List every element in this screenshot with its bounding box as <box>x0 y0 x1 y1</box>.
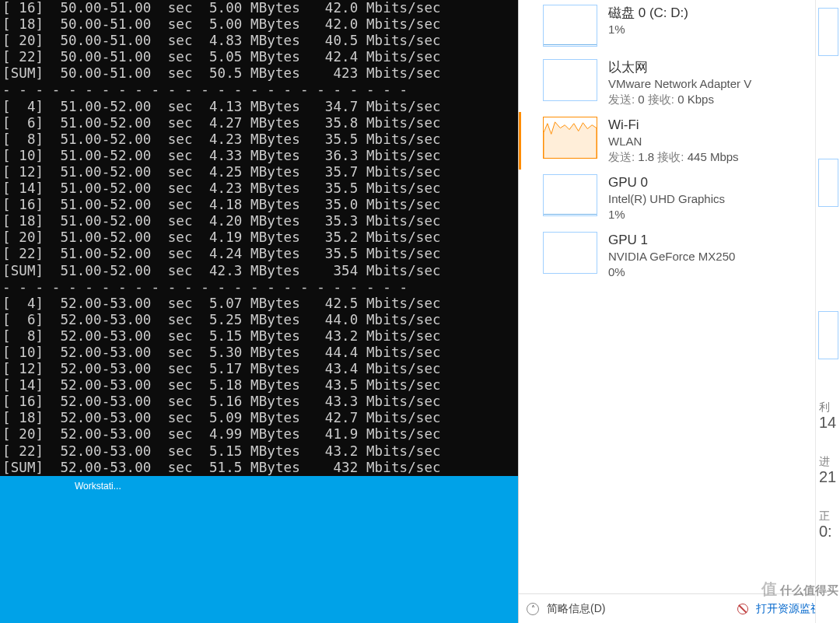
perf-item-net-stats: 发送: 0 接收: 0 Kbps <box>608 92 840 107</box>
perf-item-sub: 1% <box>608 22 840 37</box>
perf-item-4[interactable]: GPU 1NVIDIA GeForce MX2500% <box>519 227 840 285</box>
perf-item-title: GPU 0 <box>608 174 840 191</box>
desktop-taskbar: Workstati... <box>0 476 518 623</box>
perf-item-title: 以太网 <box>608 59 840 76</box>
perf-item-sub2: 0% <box>608 264 840 280</box>
chevron-up-icon[interactable]: ˄ <box>527 603 539 615</box>
perf-item-sub2: 1% <box>608 207 840 222</box>
mini-proc-label: 进 <box>819 454 830 468</box>
mini-proc-value: 21 <box>819 470 836 484</box>
perf-graph-thumb <box>543 5 597 47</box>
perf-item-sub: VMware Network Adapter V <box>608 76 840 92</box>
perf-graph-thumb <box>543 117 597 159</box>
terminal-output[interactable]: [ 16] 50.00-51.00 sec 5.00 MBytes 42.0 M… <box>0 0 518 476</box>
perf-graph-thumb <box>543 174 597 216</box>
brief-info-link[interactable]: 简略信息(D) <box>547 602 605 616</box>
perf-item-3[interactable]: GPU 0Intel(R) UHD Graphics1% <box>519 170 840 227</box>
perf-item-0[interactable]: 磁盘 0 (C: D:)1% <box>519 0 840 54</box>
taskbar-app-label[interactable]: Workstati... <box>75 481 121 492</box>
mini-norm-label: 正 <box>819 509 830 523</box>
perf-item-title: 磁盘 0 (C: D:) <box>608 5 840 22</box>
perf-graph-thumb <box>543 59 597 101</box>
mini-norm-value: 0: <box>819 524 832 538</box>
perf-item-sub: NVIDIA GeForce MX250 <box>608 249 840 264</box>
taskmgr-footer: ˄ 简略信息(D) 打开资源监视器 <box>519 593 840 623</box>
left-pane: [ 16] 50.00-51.00 sec 5.00 MBytes 42.0 M… <box>0 0 518 623</box>
taskmgr-performance-panel: 磁盘 0 (C: D:)1%以太网VMware Network Adapter … <box>518 0 840 623</box>
perf-item-net-stats: 发送: 1.8 接收: 445 Mbps <box>608 149 840 165</box>
mini-util-label: 利 <box>819 400 830 414</box>
perf-list: 磁盘 0 (C: D:)1%以太网VMware Network Adapter … <box>519 0 840 593</box>
perf-graph-thumb <box>543 232 597 274</box>
perf-item-title: Wi-Fi <box>608 117 840 134</box>
perf-item-sub: Intel(R) UHD Graphics <box>608 191 840 207</box>
perf-item-title: GPU 1 <box>608 232 840 249</box>
perf-right-strip: 利 14 进 21 正 0: <box>815 0 840 623</box>
perf-item-2[interactable]: Wi-FiWLAN发送: 1.8 接收: 445 Mbps <box>519 112 840 170</box>
perf-item-1[interactable]: 以太网VMware Network Adapter V发送: 0 接收: 0 K… <box>519 54 840 112</box>
perf-item-sub: WLAN <box>608 134 840 149</box>
mini-util-value: 14 <box>819 415 836 429</box>
resource-monitor-icon <box>737 604 748 614</box>
